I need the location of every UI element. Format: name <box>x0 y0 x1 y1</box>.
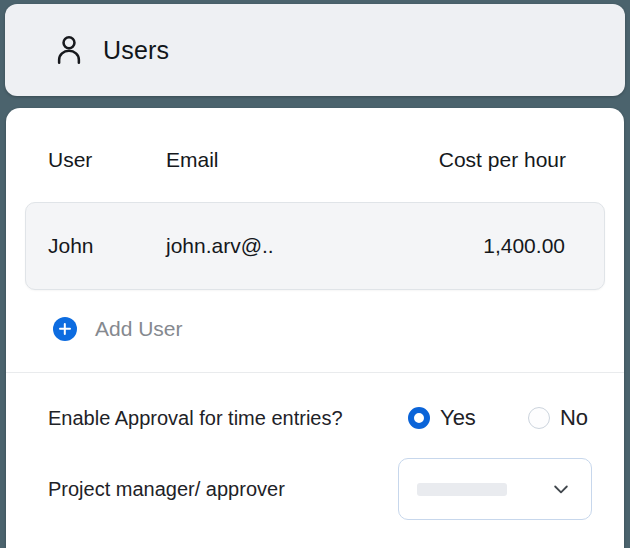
plus-icon <box>53 317 77 341</box>
radio-option-no[interactable]: No <box>528 405 588 431</box>
radio-yes-label: Yes <box>440 405 476 431</box>
approval-setting-row: Enable Approval for time entries? Yes No <box>6 396 624 440</box>
user-cost-cell: 1,400.00 <box>483 234 565 258</box>
approval-question-label: Enable Approval for time entries? <box>48 407 343 430</box>
column-header-cost-per-hour: Cost per hour <box>439 148 566 172</box>
section-divider <box>6 372 624 373</box>
radio-selected-icon[interactable] <box>408 407 430 429</box>
user-email-cell: john.arv@.. <box>166 234 483 258</box>
select-placeholder-bar <box>417 483 507 496</box>
chevron-down-icon <box>551 479 571 499</box>
add-user-button[interactable]: Add User <box>53 307 183 351</box>
table-row[interactable]: John john.arv@.. 1,400.00 <box>25 202 605 290</box>
section-title: Users <box>103 36 169 65</box>
approver-select[interactable] <box>398 458 592 520</box>
users-section-header[interactable]: Users <box>5 4 625 96</box>
approver-setting-row: Project manager/ approver <box>6 458 624 520</box>
radio-no-label: No <box>560 405 588 431</box>
radio-option-yes[interactable]: Yes <box>408 405 476 431</box>
column-header-user: User <box>48 148 166 172</box>
approver-label: Project manager/ approver <box>48 478 285 501</box>
users-table-header: User Email Cost per hour <box>6 138 624 182</box>
radio-unselected-icon[interactable] <box>528 407 550 429</box>
column-header-email: Email <box>166 148 439 172</box>
user-icon <box>53 28 85 72</box>
user-name-cell: John <box>48 234 166 258</box>
approval-radio-group: Yes No <box>408 405 588 431</box>
add-user-label: Add User <box>95 317 183 341</box>
users-panel: User Email Cost per hour John john.arv@.… <box>6 108 624 548</box>
